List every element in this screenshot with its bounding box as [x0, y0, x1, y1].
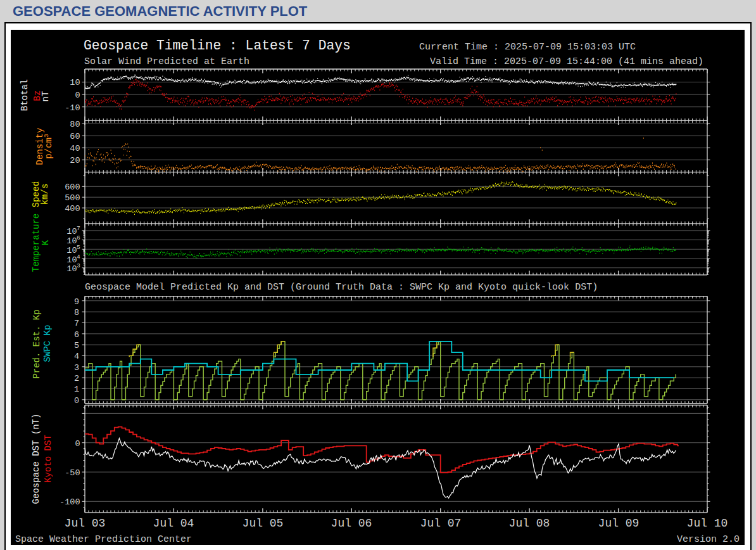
svg-text:K: K: [41, 240, 51, 245]
svg-text:3: 3: [77, 262, 80, 269]
svg-text:Jul 06: Jul 06: [331, 517, 372, 530]
svg-text:10: 10: [66, 264, 77, 274]
svg-text:-100: -100: [60, 497, 80, 507]
svg-text:6: 6: [77, 234, 80, 241]
svg-text:7: 7: [77, 225, 80, 232]
svg-text:8: 8: [74, 308, 79, 317]
svg-text:9: 9: [74, 297, 79, 307]
svg-text:Btotal: Btotal: [20, 79, 30, 111]
svg-text:5: 5: [74, 341, 79, 350]
svg-text:Pred. Est. Kp: Pred. Est. Kp: [32, 309, 42, 378]
svg-text:-50: -50: [65, 468, 80, 478]
svg-text:4: 4: [77, 253, 80, 260]
svg-text:1: 1: [74, 385, 79, 394]
svg-text:Jul 09: Jul 09: [598, 517, 639, 530]
svg-text:6: 6: [74, 330, 79, 340]
svg-text:80: 80: [70, 120, 80, 129]
svg-text:Jul 07: Jul 07: [420, 517, 462, 530]
svg-text:5: 5: [77, 244, 80, 251]
svg-text:Kyoto DST: Kyoto DST: [43, 435, 53, 483]
svg-text:4: 4: [74, 352, 79, 361]
svg-text:Temperature: Temperature: [31, 214, 41, 272]
svg-text:Space Weather Prediction Cente: Space Weather Prediction Center: [15, 534, 192, 545]
svg-text:40: 40: [70, 144, 80, 153]
svg-text:10: 10: [66, 227, 77, 236]
svg-text:10: 10: [66, 255, 77, 265]
svg-text:Geospace DST (nT): Geospace DST (nT): [31, 414, 41, 504]
svg-text:Jul 05: Jul 05: [243, 517, 284, 530]
svg-text:10: 10: [66, 236, 77, 246]
svg-text:km/s: km/s: [40, 184, 50, 205]
svg-text:10: 10: [70, 78, 80, 87]
svg-text:Jul 04: Jul 04: [153, 517, 194, 530]
svg-text:Geospace Model Predicted Kp an: Geospace Model Predicted Kp and DST (Gro…: [85, 282, 598, 293]
svg-text:600: 600: [65, 182, 80, 192]
svg-text:0: 0: [74, 396, 79, 406]
svg-text:0: 0: [75, 91, 80, 100]
svg-text:0: 0: [75, 439, 80, 449]
svg-text:Solar Wind Predicted at Earth: Solar Wind Predicted at Earth: [84, 56, 249, 67]
svg-text:3: 3: [74, 363, 79, 373]
svg-text:Geospace Timeline : Latest 7 D: Geospace Timeline : Latest 7 Days: [84, 38, 351, 53]
svg-text:nT: nT: [41, 91, 51, 102]
svg-text:-10: -10: [65, 103, 80, 113]
svg-text:Jul 08: Jul 08: [509, 517, 550, 530]
svg-text:500: 500: [65, 193, 80, 203]
svg-text:Jul 03: Jul 03: [65, 517, 106, 530]
svg-text:Jul 10: Jul 10: [687, 517, 728, 530]
svg-text:2: 2: [74, 374, 79, 383]
svg-text:Version 2.0: Version 2.0: [677, 534, 740, 545]
svg-text:Valid Time : 2025-07-09 15:44:: Valid Time : 2025-07-09 15:44:00 (41 min…: [430, 56, 703, 67]
svg-text:400: 400: [65, 204, 80, 214]
svg-text:60: 60: [70, 132, 80, 141]
svg-text:20: 20: [70, 156, 80, 165]
svg-text:Current Time : 2025-07-09 15:0: Current Time : 2025-07-09 15:03:03 UTC: [419, 42, 636, 53]
svg-text:SWPC Kp: SWPC Kp: [42, 325, 53, 362]
svg-text:7: 7: [74, 319, 79, 328]
svg-text:10: 10: [66, 246, 77, 255]
